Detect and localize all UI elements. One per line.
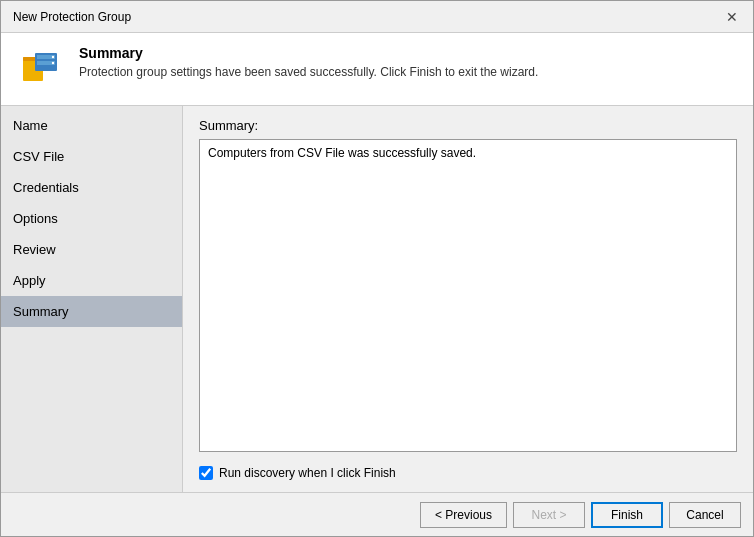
sidebar-item-credentials[interactable]: Credentials	[1, 172, 182, 203]
title-bar: New Protection Group ✕	[1, 1, 753, 33]
header-description: Protection group settings have been save…	[79, 65, 538, 79]
sidebar-item-name[interactable]: Name	[1, 110, 182, 141]
header-section: Summary Protection group settings have b…	[1, 33, 753, 106]
sidebar-item-csv-file[interactable]: CSV File	[1, 141, 182, 172]
header-text: Summary Protection group settings have b…	[79, 45, 538, 79]
content-area: Name CSV File Credentials Options Review…	[1, 106, 753, 492]
protection-group-icon	[21, 49, 61, 89]
next-button[interactable]: Next >	[513, 502, 585, 528]
header-title: Summary	[79, 45, 538, 61]
run-discovery-checkbox[interactable]	[199, 466, 213, 480]
sidebar-item-options[interactable]: Options	[1, 203, 182, 234]
previous-button[interactable]: < Previous	[420, 502, 507, 528]
run-discovery-label[interactable]: Run discovery when I click Finish	[219, 466, 396, 480]
checkbox-row: Run discovery when I click Finish	[199, 466, 737, 480]
sidebar-item-summary[interactable]: Summary	[1, 296, 182, 327]
summary-box: Computers from CSV File was successfully…	[199, 139, 737, 452]
dialog: New Protection Group ✕ Summary Protectio…	[0, 0, 754, 537]
summary-label: Summary:	[199, 118, 737, 133]
finish-button[interactable]: Finish	[591, 502, 663, 528]
main-content: Summary: Computers from CSV File was suc…	[183, 106, 753, 492]
dialog-title: New Protection Group	[13, 10, 131, 24]
close-button[interactable]: ✕	[723, 8, 741, 26]
footer: < Previous Next > Finish Cancel	[1, 492, 753, 536]
sidebar: Name CSV File Credentials Options Review…	[1, 106, 183, 492]
svg-point-5	[52, 56, 54, 58]
svg-point-6	[52, 62, 54, 64]
summary-text: Computers from CSV File was successfully…	[208, 146, 476, 160]
header-icon	[17, 45, 65, 93]
cancel-button[interactable]: Cancel	[669, 502, 741, 528]
sidebar-item-review[interactable]: Review	[1, 234, 182, 265]
sidebar-item-apply[interactable]: Apply	[1, 265, 182, 296]
